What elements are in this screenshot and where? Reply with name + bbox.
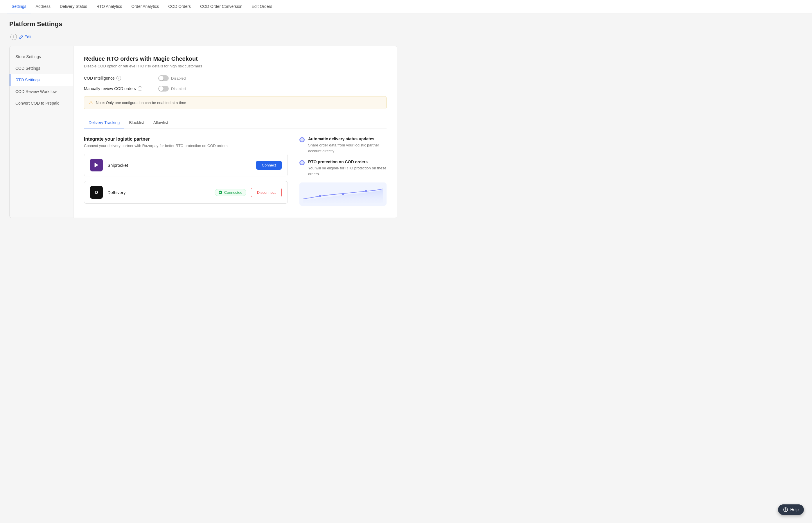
edit-link[interactable]: Edit xyxy=(19,35,31,39)
svg-point-3 xyxy=(342,193,344,195)
benefit-desc-0: Share order data from your logistic part… xyxy=(308,142,387,154)
section-desc: Disable COD option or retrieve RTO risk … xyxy=(84,64,387,68)
cod-intelligence-row: COD Intelligence i Disabled xyxy=(84,75,387,81)
sidebar-item-cod-review-workflow[interactable]: COD Review Workflow xyxy=(10,86,73,97)
top-navigation: SettingsAddressDelivery StatusRTO Analyt… xyxy=(0,0,812,13)
info-icon: i xyxy=(11,34,17,40)
partner-card-shiprocket: ShiprocketConnect xyxy=(84,154,288,176)
top-nav-item-cod-order-conversion[interactable]: COD Order Conversion xyxy=(196,0,247,13)
tabs: Delivery TrackingBlocklistAllowlist xyxy=(84,118,387,128)
manually-review-row: Manually review COD orders i Disabled xyxy=(84,86,387,92)
benefit-dot-0 xyxy=(299,137,304,142)
top-nav-item-edit-orders[interactable]: Edit Orders xyxy=(247,0,277,13)
shiprocket-name: Shiprocket xyxy=(108,163,252,168)
svg-point-2 xyxy=(319,195,321,197)
sidebar-item-cod-settings[interactable]: COD Settings xyxy=(10,62,73,74)
integration-right: Automatic delivery status updatesShare o… xyxy=(299,137,387,208)
tab-delivery-tracking[interactable]: Delivery Tracking xyxy=(84,118,124,128)
cod-intelligence-status: Disabled xyxy=(171,76,186,80)
content-area: Reduce RTO orders with Magic Checkout Di… xyxy=(73,46,397,218)
manually-review-status: Disabled xyxy=(171,87,186,91)
tab-blocklist[interactable]: Blocklist xyxy=(124,118,148,128)
sidebar: Store SettingsCOD SettingsRTO SettingsCO… xyxy=(10,46,73,218)
sidebar-item-store-settings[interactable]: Store Settings xyxy=(10,51,73,62)
section-heading: Reduce RTO orders with Magic Checkout xyxy=(84,55,387,62)
benefit-content-0: Automatic delivery status updatesShare o… xyxy=(308,137,387,154)
shiprocket-logo xyxy=(90,159,103,172)
toggle-knob-2 xyxy=(159,86,164,91)
benefit-title-0: Automatic delivery status updates xyxy=(308,137,387,141)
manually-review-toggle-wrap: Disabled xyxy=(158,86,186,92)
benefit-content-1: RTO protection on COD ordersYou will be … xyxy=(308,160,387,177)
cod-intelligence-label: COD Intelligence i xyxy=(84,76,154,80)
page-container: Platform Settings i Edit Store SettingsC… xyxy=(0,13,407,225)
integration-desc: Connect your delivery partner with Razor… xyxy=(84,144,288,148)
integration-left: Integrate your logistic partner Connect … xyxy=(84,137,288,208)
chart-svg xyxy=(303,186,383,203)
svg-marker-0 xyxy=(95,163,98,168)
top-nav-item-settings[interactable]: Settings xyxy=(7,0,31,13)
top-nav-item-rto-analytics[interactable]: RTO Analytics xyxy=(92,0,127,13)
cod-intelligence-toggle-wrap: Disabled xyxy=(158,75,186,81)
edit-pencil-icon xyxy=(19,35,23,39)
manually-review-toggle[interactable] xyxy=(158,86,169,92)
benefit-dot-1 xyxy=(299,160,304,165)
benefit-items: Automatic delivery status updatesShare o… xyxy=(299,137,387,177)
benefit-item-0: Automatic delivery status updatesShare o… xyxy=(299,137,387,154)
chart-preview xyxy=(299,182,387,206)
manually-review-label: Manually review COD orders i xyxy=(84,86,154,91)
delhivery-name: Delhivery xyxy=(108,190,210,195)
page-title: Platform Settings xyxy=(9,20,397,28)
benefit-desc-1: You will be eligible for RTO protection … xyxy=(308,165,387,177)
sidebar-item-convert-cod-to-prepaid[interactable]: Convert COD to Prepaid xyxy=(10,97,73,109)
top-nav-item-delivery-status[interactable]: Delivery Status xyxy=(55,0,92,13)
delhivery-status-badge: Connected xyxy=(215,189,246,196)
top-nav-item-address[interactable]: Address xyxy=(31,0,55,13)
shiprocket-connect-button[interactable]: Connect xyxy=(256,161,282,170)
benefit-title-1: RTO protection on COD orders xyxy=(308,160,387,164)
toggle-knob xyxy=(159,76,164,80)
edit-row: i Edit xyxy=(9,34,397,40)
note-box: ⚠ Note: Only one configuration can be en… xyxy=(84,96,387,109)
integration-heading: Integrate your logistic partner xyxy=(84,137,288,142)
cod-intelligence-info-icon[interactable]: i xyxy=(116,76,121,80)
top-nav-item-order-analytics[interactable]: Order Analytics xyxy=(127,0,164,13)
note-text: Note: Only one configuration can be enab… xyxy=(96,101,186,105)
cod-intelligence-toggle[interactable] xyxy=(158,75,169,81)
partner-card-delhivery: DDelhivery ConnectedDisconnect xyxy=(84,181,288,204)
sidebar-item-rto-settings[interactable]: RTO Settings xyxy=(10,74,73,86)
top-nav-item-cod-orders[interactable]: COD Orders xyxy=(164,0,196,13)
note-warning-icon: ⚠ xyxy=(89,100,93,106)
benefit-item-1: RTO protection on COD ordersYou will be … xyxy=(299,160,387,177)
main-layout: Store SettingsCOD SettingsRTO SettingsCO… xyxy=(9,46,397,218)
partner-cards: ShiprocketConnectDDelhivery ConnectedDis… xyxy=(84,154,288,204)
tab-allowlist[interactable]: Allowlist xyxy=(149,118,173,128)
delhivery-logo: D xyxy=(90,186,103,199)
integration-layout: Integrate your logistic partner Connect … xyxy=(84,137,387,208)
svg-point-4 xyxy=(365,190,367,192)
delhivery-disconnect-button[interactable]: Disconnect xyxy=(251,188,282,197)
manually-review-info-icon[interactable]: i xyxy=(138,86,142,91)
